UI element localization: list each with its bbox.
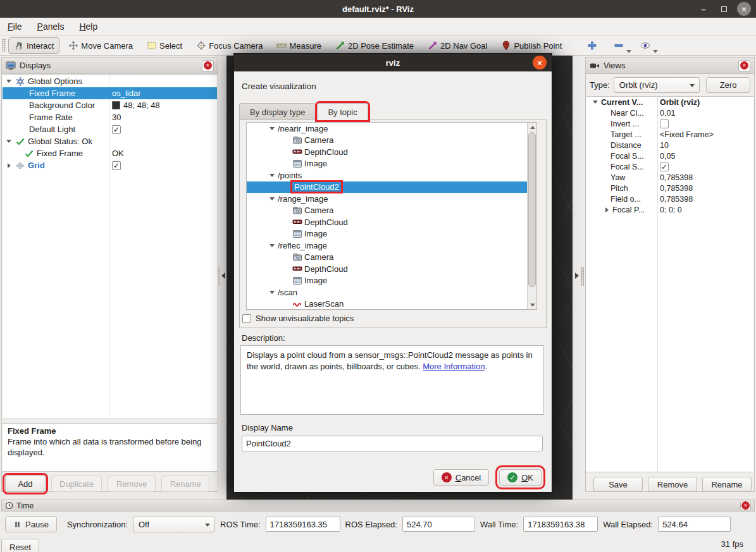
display-row-pointcloud2[interactable]: PointCloud2 bbox=[247, 181, 536, 193]
property-row-global-status-ok[interactable]: Global Status: Ok bbox=[3, 135, 217, 147]
view-property-row-distance[interactable]: Distance10 bbox=[586, 140, 753, 150]
property-checkbox[interactable]: ✓ bbox=[660, 163, 669, 171]
property-row-grid[interactable]: Grid✓ bbox=[3, 159, 217, 171]
time-field-value[interactable]: 524.70 bbox=[402, 517, 475, 532]
display-row-camera[interactable]: Camera bbox=[247, 205, 536, 217]
views-close-button[interactable]: × bbox=[738, 60, 750, 71]
topic-row--reflec-image[interactable]: /reflec_image bbox=[247, 240, 536, 252]
plus-button[interactable] bbox=[587, 40, 597, 51]
tool-focus-camera[interactable]: Focus Camera bbox=[191, 38, 268, 53]
tool-interact[interactable]: Interact bbox=[8, 37, 59, 54]
display-row-laserscan[interactable]: LaserScan bbox=[247, 298, 536, 310]
tool-2d-pose-estimate[interactable]: 2D Pose Estimate bbox=[330, 38, 419, 53]
view-property-row-yaw[interactable]: Yaw0,785398 bbox=[586, 172, 753, 183]
scrollbar[interactable] bbox=[527, 123, 536, 309]
view-type-select[interactable]: Orbit (rviz) bbox=[614, 77, 700, 93]
view-property-row-field-o-[interactable]: Field o...0,785398 bbox=[586, 193, 753, 204]
tab-by-topic[interactable]: By topic bbox=[317, 103, 368, 120]
chevron-down-icon[interactable] bbox=[653, 50, 658, 53]
rename-view-button[interactable]: Rename bbox=[702, 477, 752, 492]
sync-select[interactable]: Off bbox=[133, 517, 215, 532]
expander-icon[interactable] bbox=[603, 206, 610, 214]
scroll-down-icon[interactable] bbox=[528, 300, 536, 309]
expander-icon[interactable] bbox=[268, 171, 276, 179]
remove-button[interactable]: Remove bbox=[108, 475, 156, 492]
tool-2d-nav-goal[interactable]: 2D Nav Goal bbox=[423, 38, 492, 53]
expander-icon[interactable] bbox=[268, 288, 276, 296]
zero-button[interactable]: Zero bbox=[706, 77, 750, 93]
property-row-global-options[interactable]: Global Options bbox=[3, 75, 217, 87]
scroll-thumb[interactable] bbox=[528, 132, 536, 287]
remove-view-button[interactable]: Remove bbox=[648, 477, 697, 492]
display-row-image[interactable]: Image bbox=[247, 275, 536, 287]
scroll-up-icon[interactable] bbox=[528, 123, 536, 132]
tool-measure[interactable]: Measure bbox=[271, 38, 326, 53]
show-unvisualizable-checkbox[interactable] bbox=[242, 314, 251, 323]
view-property-row-near-cl-[interactable]: Near Cl...0,01 bbox=[586, 107, 753, 118]
displays-close-button[interactable]: × bbox=[202, 60, 214, 71]
time-field-value[interactable]: 1718359163.38 bbox=[523, 517, 598, 532]
minus-button[interactable] bbox=[614, 40, 624, 51]
cancel-button[interactable]: ×Cancel bbox=[433, 469, 489, 486]
menu-panels[interactable]: Panels bbox=[37, 21, 65, 32]
topic-row--nearir-image[interactable]: /nearir_image bbox=[247, 123, 536, 135]
menu-help[interactable]: Help bbox=[79, 21, 97, 32]
property-row-background-color[interactable]: Background Color48; 48; 48 bbox=[3, 99, 217, 111]
tool-select[interactable]: Select bbox=[142, 38, 187, 53]
view-property-row-focal-s-[interactable]: Focal S...✓ bbox=[586, 161, 753, 172]
chevron-down-icon[interactable] bbox=[626, 50, 631, 53]
maximize-button[interactable] bbox=[717, 2, 731, 16]
view-property-row-target-[interactable]: Target ...<Fixed Frame> bbox=[586, 129, 753, 140]
property-row-fixed-frame[interactable]: Fixed Frameos_lidar bbox=[3, 87, 217, 99]
menu-file[interactable]: File bbox=[8, 21, 22, 32]
right-splitter[interactable] bbox=[581, 267, 584, 286]
view-property-row-pitch[interactable]: Pitch0,785398 bbox=[586, 183, 753, 193]
property-checkbox[interactable]: ✓ bbox=[112, 125, 121, 134]
save-view-button[interactable]: Save bbox=[593, 477, 643, 492]
property-row-frame-rate[interactable]: Frame Rate30 bbox=[3, 111, 217, 123]
duplicate-button[interactable]: Duplicate bbox=[51, 475, 102, 492]
expander-icon[interactable] bbox=[5, 138, 13, 145]
eye-button[interactable] bbox=[640, 40, 650, 51]
tool-publish-point[interactable]: Publish Point bbox=[496, 38, 567, 53]
view-property-row-invert-[interactable]: Invert ... bbox=[586, 118, 753, 129]
view-property-row-current-v-[interactable]: Current V...Orbit (rviz) bbox=[586, 97, 753, 107]
expander-icon[interactable] bbox=[268, 195, 276, 202]
show-unvisualizable-row[interactable]: Show unvisualizable topics bbox=[242, 314, 354, 323]
property-row-default-light[interactable]: Default Light✓ bbox=[3, 123, 217, 135]
close-button[interactable]: × bbox=[737, 2, 751, 16]
expander-icon[interactable] bbox=[5, 162, 13, 169]
add-button[interactable]: Add bbox=[5, 475, 46, 492]
display-name-input[interactable]: PointCloud2 bbox=[242, 436, 543, 451]
view-property-row-focal-s-[interactable]: Focal S...0,05 bbox=[586, 150, 753, 161]
more-information-link[interactable]: More Information bbox=[423, 362, 485, 371]
dialog-close-button[interactable]: × bbox=[533, 56, 547, 70]
display-row-image[interactable]: Image bbox=[247, 158, 536, 170]
expander-icon[interactable] bbox=[268, 125, 276, 132]
rename-button[interactable]: Rename bbox=[161, 475, 209, 492]
time-field-value[interactable]: 1718359163.35 bbox=[266, 517, 340, 532]
display-row-depthcloud[interactable]: DepthCloud bbox=[247, 263, 536, 275]
expander-icon[interactable] bbox=[592, 99, 599, 106]
display-row-camera[interactable]: Camera bbox=[247, 135, 536, 147]
topic-row--scan[interactable]: /scan bbox=[247, 286, 536, 298]
topic-row--points[interactable]: /points bbox=[247, 169, 536, 181]
collapse-left-arrow-icon[interactable] bbox=[221, 273, 225, 279]
expander-icon[interactable] bbox=[5, 78, 13, 85]
pause-button[interactable]: Pause bbox=[5, 516, 57, 532]
tab-by-display-type[interactable]: By display type bbox=[239, 103, 316, 120]
view-property-row-focal-p-[interactable]: Focal P...0; 0; 0 bbox=[586, 204, 753, 215]
property-checkbox[interactable]: ✓ bbox=[112, 161, 121, 170]
display-row-image[interactable]: Image bbox=[247, 228, 536, 240]
tool-move-camera[interactable]: Move Camera bbox=[63, 38, 138, 53]
property-checkbox[interactable] bbox=[660, 120, 669, 128]
display-row-depthcloud[interactable]: DepthCloud bbox=[247, 216, 536, 228]
property-row-fixed-frame[interactable]: Fixed FrameOK bbox=[3, 147, 217, 159]
time-field-value[interactable]: 524.64 bbox=[658, 517, 731, 532]
expander-icon[interactable] bbox=[268, 242, 276, 249]
collapse-right-arrow-icon[interactable] bbox=[575, 273, 579, 279]
ok-button[interactable]: ✓OK bbox=[499, 469, 542, 486]
minimize-button[interactable]: – bbox=[697, 2, 710, 16]
toolbar-grip[interactable] bbox=[2, 39, 6, 52]
display-row-depthcloud[interactable]: DepthCloud bbox=[247, 146, 536, 158]
